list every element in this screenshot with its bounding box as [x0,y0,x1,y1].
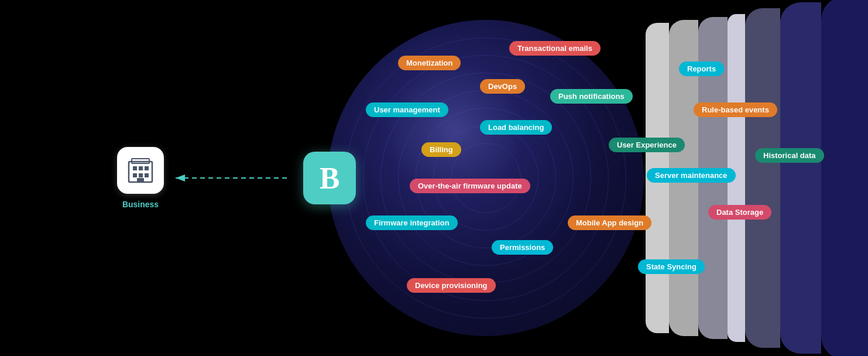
wave-strip-1 [821,0,868,356]
arrow-svg [170,172,296,184]
b-letter: B [320,161,340,196]
scene: Business B Transactional emailsMonetizat… [0,0,868,356]
tag-device-provisioning: Device provisioning [407,278,496,293]
svg-rect-2 [133,166,137,170]
arrow-line [170,172,296,184]
building-icon [126,156,155,185]
tag-historical-data: Historical data [755,148,824,163]
svg-rect-8 [137,178,144,182]
tag-firmware-integration: Firmware integration [366,215,458,230]
tag-server-maintenance: Server maintenance [647,168,736,183]
tag-over-the-air: Over-the-air firmware update [410,179,530,193]
business-label: Business [117,200,164,209]
svg-rect-6 [139,173,143,177]
tag-state-syncing: State Syncing [638,259,705,274]
tag-push-notifications: Push notifications [550,89,633,104]
wave-strip-3 [745,8,780,348]
wave-strip-2 [780,2,821,354]
svg-rect-3 [139,166,143,170]
tag-mobile-app-design: Mobile App design [568,215,651,230]
business-icon [117,147,164,194]
tag-rule-based-events: Rule-based events [694,102,777,117]
tag-devops: DevOps [480,79,525,94]
business-box: Business [117,147,164,209]
svg-rect-5 [133,173,137,177]
svg-rect-4 [145,166,149,170]
ring-7 [451,143,521,213]
tag-monetization: Monetization [398,56,461,70]
tag-user-experience: User Experience [609,138,685,152]
tag-billing: Billing [421,142,461,157]
tag-load-balancing: Load balancing [480,120,552,135]
tag-data-storage: Data Storage [708,205,771,220]
svg-rect-7 [145,173,149,177]
tag-permissions: Permissions [492,240,553,255]
tag-user-management: User management [366,102,448,117]
b-icon: B [303,152,356,204]
tag-transactional-emails: Transactional emails [509,41,601,56]
tag-reports: Reports [679,61,724,76]
